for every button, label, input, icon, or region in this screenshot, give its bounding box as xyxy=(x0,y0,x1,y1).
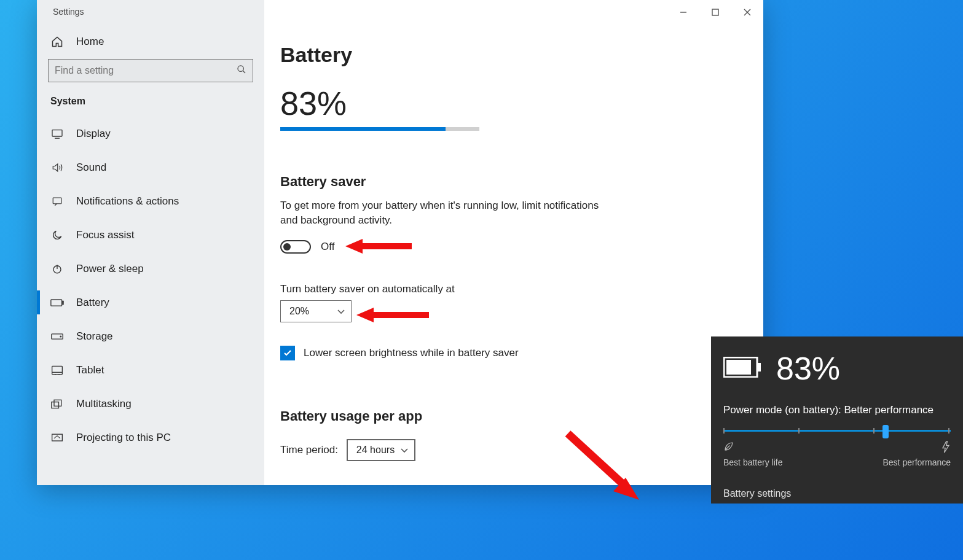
focus-assist-icon xyxy=(50,229,64,241)
sidebar-item-label: Focus assist xyxy=(76,229,134,241)
sidebar-item-projecting[interactable]: Projecting to this PC xyxy=(37,421,264,454)
sidebar-item-notifications[interactable]: Notifications & actions xyxy=(37,184,264,218)
battery-saver-heading: Battery saver xyxy=(280,174,763,190)
sidebar-item-label: Projecting to this PC xyxy=(76,432,171,444)
sidebar-item-multitasking[interactable]: Multitasking xyxy=(37,387,264,421)
time-period-dropdown[interactable]: 24 hours xyxy=(347,439,415,461)
battery-saver-toggle[interactable] xyxy=(280,240,311,254)
sidebar-item-label: Power & sleep xyxy=(76,263,144,275)
projecting-icon xyxy=(50,433,64,443)
page-title: Battery xyxy=(280,43,763,67)
maximize-button[interactable] xyxy=(699,0,731,25)
auto-on-label: Turn battery saver on automatically at xyxy=(280,283,763,295)
battery-progress xyxy=(280,127,479,131)
svg-rect-14 xyxy=(54,400,61,406)
leaf-icon xyxy=(723,441,734,456)
svg-point-10 xyxy=(60,336,61,337)
sidebar-item-label: Display xyxy=(76,128,111,140)
auto-on-value: 20% xyxy=(289,306,309,317)
sidebar-item-tablet[interactable]: Tablet xyxy=(37,353,264,387)
sidebar-item-power-sleep[interactable]: Power & sleep xyxy=(37,252,264,286)
power-icon xyxy=(50,263,64,274)
storage-icon xyxy=(50,333,64,340)
search-icon xyxy=(237,64,246,77)
battery-percent: 83% xyxy=(280,84,763,122)
home-button[interactable]: Home xyxy=(37,25,264,59)
brightness-checkbox-label: Lower screen brightness while in battery… xyxy=(304,347,519,359)
multitasking-icon xyxy=(50,399,64,409)
annotation-arrow xyxy=(356,306,430,324)
sidebar-item-label: Tablet xyxy=(76,364,104,376)
svg-rect-25 xyxy=(758,363,761,371)
sidebar: Settings Home System Display Sound xyxy=(37,0,264,485)
sidebar-item-label: Notifications & actions xyxy=(76,195,179,208)
sidebar-item-label: Multitasking xyxy=(76,398,132,410)
sidebar-item-battery[interactable]: Battery xyxy=(37,286,264,319)
minimize-button[interactable] xyxy=(667,0,699,25)
time-period-label: Time period: xyxy=(280,444,338,456)
brightness-checkbox[interactable] xyxy=(280,346,295,360)
close-button[interactable] xyxy=(731,0,763,25)
power-mode-slider[interactable] xyxy=(723,424,951,442)
titlebar xyxy=(280,0,763,25)
notifications-icon xyxy=(50,196,64,207)
sidebar-item-label: Storage xyxy=(76,330,113,343)
svg-line-1 xyxy=(243,71,245,73)
svg-rect-13 xyxy=(52,402,59,408)
battery-settings-link[interactable]: Battery settings xyxy=(723,488,951,499)
tray-power-mode: Power mode (on battery): Better performa… xyxy=(723,404,951,416)
auto-on-dropdown[interactable]: 20% xyxy=(280,300,352,322)
check-icon xyxy=(283,348,293,358)
sidebar-item-label: Battery xyxy=(76,297,109,309)
sidebar-nav: Display Sound Notifications & actions Fo… xyxy=(37,117,264,454)
window-title: Settings xyxy=(37,0,264,25)
slider-low-label: Best battery life xyxy=(723,457,783,467)
svg-rect-8 xyxy=(62,301,63,304)
tablet-icon xyxy=(50,365,64,375)
settings-window: Settings Home System Display Sound xyxy=(37,0,763,485)
battery-icon xyxy=(50,298,64,307)
slider-thumb[interactable] xyxy=(882,425,889,438)
svg-marker-21 xyxy=(356,308,429,322)
sidebar-item-storage[interactable]: Storage xyxy=(37,319,264,353)
display-icon xyxy=(50,129,64,139)
battery-tray-flyout: 83% Power mode (on battery): Better perf… xyxy=(711,336,963,504)
sidebar-category: System xyxy=(37,82,264,117)
tray-battery-percent: 83% xyxy=(776,350,840,387)
svg-rect-7 xyxy=(51,299,62,305)
battery-saver-toggle-state: Off xyxy=(321,241,334,253)
svg-rect-15 xyxy=(52,434,63,441)
content-pane: Battery 83% Battery saver To get more fr… xyxy=(264,0,763,485)
home-label: Home xyxy=(76,36,104,48)
home-icon xyxy=(50,36,64,48)
battery-progress-fill xyxy=(280,127,446,131)
svg-rect-11 xyxy=(52,366,63,374)
svg-rect-2 xyxy=(52,130,62,136)
chevron-down-icon xyxy=(401,445,408,456)
search-input-container[interactable] xyxy=(48,59,253,82)
svg-rect-4 xyxy=(53,198,61,204)
sidebar-item-sound[interactable]: Sound xyxy=(37,150,264,184)
sidebar-item-label: Sound xyxy=(76,161,106,174)
battery-saver-desc: To get more from your battery when it's … xyxy=(280,198,600,228)
bolt-icon xyxy=(941,441,951,456)
svg-rect-17 xyxy=(712,9,718,15)
sidebar-item-focus-assist[interactable]: Focus assist xyxy=(37,218,264,252)
slider-high-label: Best performance xyxy=(883,457,951,467)
usage-heading: Battery usage per app xyxy=(280,408,763,424)
battery-icon xyxy=(723,357,761,380)
search-input[interactable] xyxy=(55,65,237,76)
svg-point-0 xyxy=(238,66,243,71)
chevron-down-icon xyxy=(337,306,345,317)
sidebar-item-display[interactable]: Display xyxy=(37,117,264,150)
svg-rect-26 xyxy=(726,360,751,375)
sound-icon xyxy=(50,162,64,173)
time-period-value: 24 hours xyxy=(356,445,395,456)
